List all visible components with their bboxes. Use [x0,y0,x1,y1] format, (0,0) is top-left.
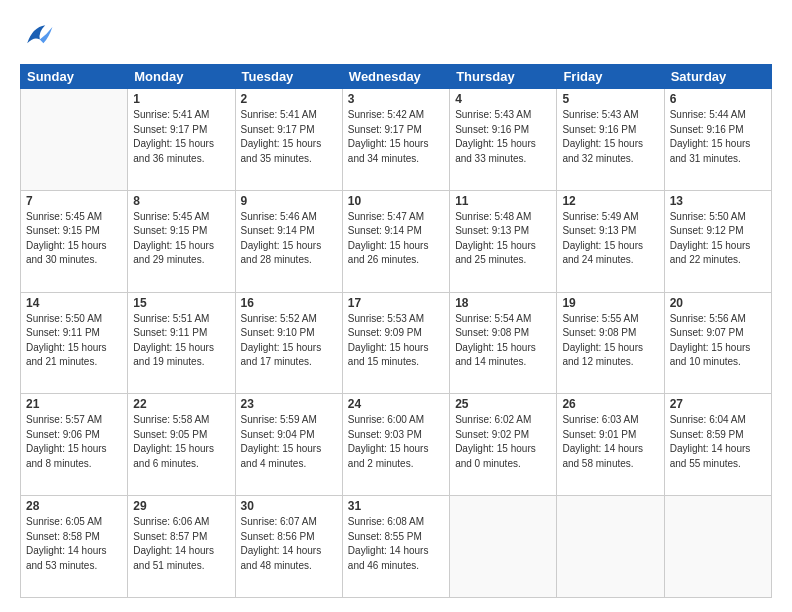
calendar-cell: 13Sunrise: 5:50 AM Sunset: 9:12 PM Dayli… [664,190,771,292]
calendar-cell: 27Sunrise: 6:04 AM Sunset: 8:59 PM Dayli… [664,394,771,496]
day-number: 2 [241,92,337,106]
calendar-cell: 16Sunrise: 5:52 AM Sunset: 9:10 PM Dayli… [235,292,342,394]
day-info: Sunrise: 6:02 AM Sunset: 9:02 PM Dayligh… [455,413,551,471]
day-number: 5 [562,92,658,106]
day-number: 13 [670,194,766,208]
day-info: Sunrise: 5:46 AM Sunset: 9:14 PM Dayligh… [241,210,337,268]
calendar-day-header: Sunday [21,65,128,89]
day-number: 26 [562,397,658,411]
day-number: 11 [455,194,551,208]
calendar-cell: 10Sunrise: 5:47 AM Sunset: 9:14 PM Dayli… [342,190,449,292]
calendar-day-header: Monday [128,65,235,89]
day-info: Sunrise: 6:04 AM Sunset: 8:59 PM Dayligh… [670,413,766,471]
calendar-cell: 14Sunrise: 5:50 AM Sunset: 9:11 PM Dayli… [21,292,128,394]
calendar-cell: 29Sunrise: 6:06 AM Sunset: 8:57 PM Dayli… [128,496,235,598]
calendar-day-header: Wednesday [342,65,449,89]
day-info: Sunrise: 5:51 AM Sunset: 9:11 PM Dayligh… [133,312,229,370]
calendar-cell: 8Sunrise: 5:45 AM Sunset: 9:15 PM Daylig… [128,190,235,292]
day-number: 29 [133,499,229,513]
day-number: 17 [348,296,444,310]
calendar-cell: 24Sunrise: 6:00 AM Sunset: 9:03 PM Dayli… [342,394,449,496]
calendar-cell: 11Sunrise: 5:48 AM Sunset: 9:13 PM Dayli… [450,190,557,292]
day-info: Sunrise: 5:52 AM Sunset: 9:10 PM Dayligh… [241,312,337,370]
day-number: 10 [348,194,444,208]
day-info: Sunrise: 5:56 AM Sunset: 9:07 PM Dayligh… [670,312,766,370]
day-number: 19 [562,296,658,310]
day-number: 27 [670,397,766,411]
day-number: 23 [241,397,337,411]
day-info: Sunrise: 5:55 AM Sunset: 9:08 PM Dayligh… [562,312,658,370]
day-number: 4 [455,92,551,106]
day-number: 28 [26,499,122,513]
calendar-cell: 7Sunrise: 5:45 AM Sunset: 9:15 PM Daylig… [21,190,128,292]
calendar-cell: 4Sunrise: 5:43 AM Sunset: 9:16 PM Daylig… [450,89,557,191]
day-number: 6 [670,92,766,106]
calendar-cell: 25Sunrise: 6:02 AM Sunset: 9:02 PM Dayli… [450,394,557,496]
day-number: 15 [133,296,229,310]
day-info: Sunrise: 6:06 AM Sunset: 8:57 PM Dayligh… [133,515,229,573]
day-number: 21 [26,397,122,411]
calendar-week-row: 7Sunrise: 5:45 AM Sunset: 9:15 PM Daylig… [21,190,772,292]
day-number: 25 [455,397,551,411]
calendar-cell: 21Sunrise: 5:57 AM Sunset: 9:06 PM Dayli… [21,394,128,496]
day-number: 18 [455,296,551,310]
day-number: 22 [133,397,229,411]
calendar-cell: 17Sunrise: 5:53 AM Sunset: 9:09 PM Dayli… [342,292,449,394]
calendar-header-row: SundayMondayTuesdayWednesdayThursdayFrid… [21,65,772,89]
calendar-day-header: Saturday [664,65,771,89]
calendar-cell: 5Sunrise: 5:43 AM Sunset: 9:16 PM Daylig… [557,89,664,191]
calendar-cell: 22Sunrise: 5:58 AM Sunset: 9:05 PM Dayli… [128,394,235,496]
calendar-table: SundayMondayTuesdayWednesdayThursdayFrid… [20,64,772,598]
day-number: 1 [133,92,229,106]
calendar-cell: 20Sunrise: 5:56 AM Sunset: 9:07 PM Dayli… [664,292,771,394]
day-number: 12 [562,194,658,208]
day-info: Sunrise: 5:45 AM Sunset: 9:15 PM Dayligh… [133,210,229,268]
day-info: Sunrise: 5:43 AM Sunset: 9:16 PM Dayligh… [455,108,551,166]
day-info: Sunrise: 6:08 AM Sunset: 8:55 PM Dayligh… [348,515,444,573]
day-info: Sunrise: 5:49 AM Sunset: 9:13 PM Dayligh… [562,210,658,268]
day-number: 14 [26,296,122,310]
day-number: 20 [670,296,766,310]
calendar-week-row: 28Sunrise: 6:05 AM Sunset: 8:58 PM Dayli… [21,496,772,598]
day-info: Sunrise: 5:42 AM Sunset: 9:17 PM Dayligh… [348,108,444,166]
day-info: Sunrise: 5:45 AM Sunset: 9:15 PM Dayligh… [26,210,122,268]
day-info: Sunrise: 6:05 AM Sunset: 8:58 PM Dayligh… [26,515,122,573]
calendar-week-row: 14Sunrise: 5:50 AM Sunset: 9:11 PM Dayli… [21,292,772,394]
day-number: 8 [133,194,229,208]
calendar-cell: 18Sunrise: 5:54 AM Sunset: 9:08 PM Dayli… [450,292,557,394]
calendar-cell: 3Sunrise: 5:42 AM Sunset: 9:17 PM Daylig… [342,89,449,191]
logo [20,18,58,54]
day-number: 16 [241,296,337,310]
day-info: Sunrise: 5:41 AM Sunset: 9:17 PM Dayligh… [133,108,229,166]
calendar-cell: 26Sunrise: 6:03 AM Sunset: 9:01 PM Dayli… [557,394,664,496]
day-info: Sunrise: 5:53 AM Sunset: 9:09 PM Dayligh… [348,312,444,370]
day-info: Sunrise: 6:03 AM Sunset: 9:01 PM Dayligh… [562,413,658,471]
day-info: Sunrise: 5:50 AM Sunset: 9:11 PM Dayligh… [26,312,122,370]
calendar-cell: 1Sunrise: 5:41 AM Sunset: 9:17 PM Daylig… [128,89,235,191]
day-number: 3 [348,92,444,106]
day-info: Sunrise: 5:48 AM Sunset: 9:13 PM Dayligh… [455,210,551,268]
calendar-week-row: 1Sunrise: 5:41 AM Sunset: 9:17 PM Daylig… [21,89,772,191]
calendar-cell [664,496,771,598]
calendar-cell: 6Sunrise: 5:44 AM Sunset: 9:16 PM Daylig… [664,89,771,191]
calendar-cell [450,496,557,598]
calendar-week-row: 21Sunrise: 5:57 AM Sunset: 9:06 PM Dayli… [21,394,772,496]
day-number: 30 [241,499,337,513]
page: SundayMondayTuesdayWednesdayThursdayFrid… [0,0,792,612]
calendar-cell: 31Sunrise: 6:08 AM Sunset: 8:55 PM Dayli… [342,496,449,598]
day-info: Sunrise: 5:41 AM Sunset: 9:17 PM Dayligh… [241,108,337,166]
day-number: 7 [26,194,122,208]
day-number: 9 [241,194,337,208]
calendar-day-header: Tuesday [235,65,342,89]
day-info: Sunrise: 5:58 AM Sunset: 9:05 PM Dayligh… [133,413,229,471]
calendar-cell [557,496,664,598]
calendar-cell: 15Sunrise: 5:51 AM Sunset: 9:11 PM Dayli… [128,292,235,394]
day-info: Sunrise: 5:43 AM Sunset: 9:16 PM Dayligh… [562,108,658,166]
calendar-cell: 30Sunrise: 6:07 AM Sunset: 8:56 PM Dayli… [235,496,342,598]
calendar-cell: 9Sunrise: 5:46 AM Sunset: 9:14 PM Daylig… [235,190,342,292]
day-info: Sunrise: 6:07 AM Sunset: 8:56 PM Dayligh… [241,515,337,573]
calendar-cell: 2Sunrise: 5:41 AM Sunset: 9:17 PM Daylig… [235,89,342,191]
header [20,18,772,54]
day-info: Sunrise: 5:50 AM Sunset: 9:12 PM Dayligh… [670,210,766,268]
calendar-cell: 23Sunrise: 5:59 AM Sunset: 9:04 PM Dayli… [235,394,342,496]
